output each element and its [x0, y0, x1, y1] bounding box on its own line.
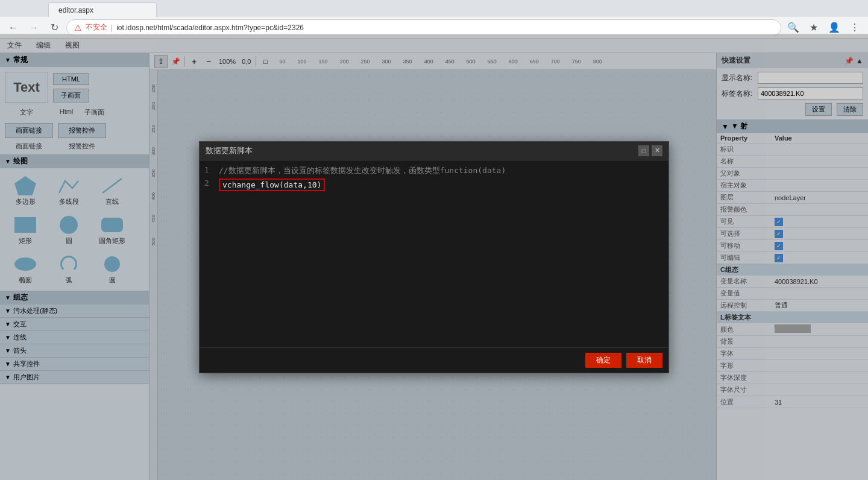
modal-controls: □ ✕	[638, 145, 662, 156]
security-warning-icon: ⚠	[74, 23, 82, 33]
tab-title: editor.aspx	[58, 6, 93, 14]
modal-title: 数据更新脚本	[206, 145, 253, 156]
line-num-1: 1	[204, 165, 214, 176]
modal-footer: 确定 取消	[200, 347, 668, 373]
modal-cancel-button[interactable]: 取消	[626, 353, 662, 368]
browser-chrome: editor.aspx ← → ↻ ⚠ 不安全 | iot.idosp.net/…	[0, 0, 868, 39]
modal-minimize-button[interactable]: □	[638, 145, 649, 156]
line-num-2: 2	[204, 178, 214, 191]
modal-dialog: 数据更新脚本 □ ✕ 1 //数据更新脚本，当设置的标签数据发生改变时触发，函数…	[199, 141, 669, 373]
code-comment-1: //数据更新脚本，当设置的标签数据发生改变时触发，函数类型function(da…	[219, 165, 506, 176]
modal-body[interactable]: 1 //数据更新脚本，当设置的标签数据发生改变时触发，函数类型function(…	[200, 160, 668, 347]
modal-ok-button[interactable]: 确定	[585, 353, 621, 368]
security-label: 不安全	[86, 22, 107, 33]
browser-tab[interactable]: editor.aspx	[48, 2, 157, 17]
modal-titlebar: 数据更新脚本 □ ✕	[200, 142, 668, 160]
code-func-2: vchange_flow(data,10)	[219, 178, 325, 191]
modal-overlay: 数据更新脚本 □ ✕ 1 //数据更新脚本，当设置的标签数据发生改变时触发，函数…	[0, 34, 868, 480]
separator: |	[111, 24, 113, 32]
code-line-1: 1 //数据更新脚本，当设置的标签数据发生改变时触发，函数类型function(…	[204, 165, 664, 176]
code-line-2: 2 vchange_flow(data,10)	[204, 178, 664, 191]
address-text: iot.idosp.net/html/scada/editor.aspx.htm…	[116, 24, 773, 32]
modal-close-button[interactable]: ✕	[652, 145, 662, 156]
browser-tabs-bar: editor.aspx	[0, 0, 868, 17]
